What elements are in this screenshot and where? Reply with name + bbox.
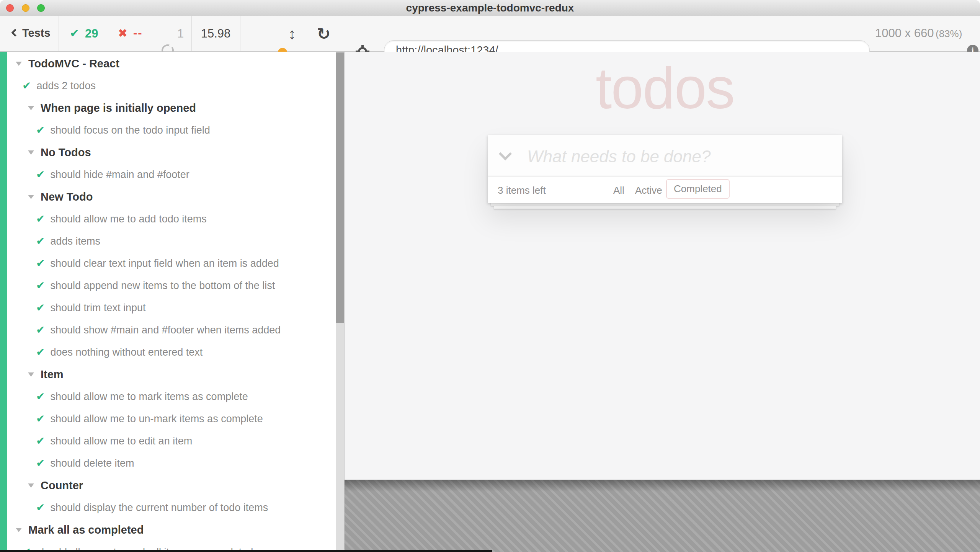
test-row[interactable]: ✔should show #main and #footer when item… (0, 319, 336, 341)
runner-toolbar: Tests ✔ 29 ✖ -- 1 15.98 ↕ ↻ http://local… (0, 16, 980, 52)
test-row[interactable]: ✔should append new items to the bottom o… (0, 274, 336, 297)
cypress-runner-window: cypress-example-todomvc-redux Tests ✔ 29… (0, 0, 980, 552)
test-passed-check-icon: ✔ (36, 125, 45, 136)
test-passed-check-icon: ✔ (36, 458, 45, 469)
suite-row[interactable]: When page is initially opened (0, 97, 336, 119)
suite-row[interactable]: Counter (0, 474, 336, 496)
test-row[interactable]: ✔should display the current number of to… (0, 496, 336, 519)
test-row[interactable]: ✔does nothing without entered text (0, 341, 336, 363)
test-passed-check-icon: ✔ (36, 214, 45, 224)
aut-frame: todos What needs to be done? 3 items lef… (345, 52, 980, 480)
suite-row[interactable]: TodoMVC - React (0, 52, 336, 75)
test-row[interactable]: ✔should allow me to add todo items (0, 208, 336, 230)
window-title: cypress-example-todomvc-redux (0, 0, 980, 16)
stacked-sheet-decoration (494, 206, 836, 209)
back-to-tests-button[interactable]: Tests (0, 16, 59, 51)
test-passed-check-icon: ✔ (36, 391, 45, 402)
todoapp-footer: 3 items left All Active Completed (488, 177, 842, 203)
test-passed-check-icon: ✔ (36, 436, 45, 446)
test-list: TodoMVC - React ✔adds 2 todos When page … (0, 52, 336, 552)
items-left-count: 3 items left (498, 185, 546, 196)
test-reporter-panel: TodoMVC - React ✔adds 2 todos When page … (0, 52, 336, 552)
back-button-label: Tests (22, 27, 51, 39)
toggle-all-chevron-icon[interactable] (499, 147, 512, 160)
test-row[interactable]: ✔adds items (0, 230, 336, 252)
filter-all-link[interactable]: All (613, 185, 624, 196)
back-chevron-icon (11, 29, 19, 37)
collapse-triangle-icon (16, 62, 22, 66)
test-row[interactable]: ✔should clear text input field when an i… (0, 252, 336, 274)
reporter-scrollbar-track[interactable] (336, 52, 344, 552)
reporter-scrollbar-thumb[interactable] (336, 52, 344, 323)
viewport-size-label: 1000 x 660 (875, 26, 934, 40)
run-duration: 15.98 (191, 27, 240, 41)
test-passed-check-icon: ✔ (36, 502, 45, 513)
scroll-arrows-icon[interactable]: ↕ (288, 25, 296, 42)
toolbar-separator (59, 16, 59, 51)
filter-active-link[interactable]: Active (635, 185, 662, 196)
test-row[interactable]: ✔adds 2 todos (0, 75, 336, 97)
macos-titlebar: cypress-example-todomvc-redux (0, 0, 980, 16)
test-row[interactable]: ✔should delete item (0, 452, 336, 474)
window-bottom-edge (0, 550, 492, 552)
test-passed-check-icon: ✔ (36, 169, 45, 180)
suite-row[interactable]: New Todo (0, 186, 336, 208)
aut-outside-area (345, 480, 980, 552)
test-row[interactable]: ✔should trim text input (0, 297, 336, 319)
test-passed-check-icon: ✔ (36, 302, 45, 313)
test-row[interactable]: ✔should allow me to edit an item (0, 430, 336, 452)
new-todo-input[interactable]: What needs to be done? (488, 135, 842, 177)
toolbar-separator (240, 16, 240, 51)
test-passed-check-icon: ✔ (36, 280, 45, 291)
test-passed-check-icon: ✔ (36, 347, 45, 358)
test-row[interactable]: ✔should focus on the todo input field (0, 119, 336, 141)
suite-row[interactable]: Mark all as completed (0, 519, 336, 541)
collapse-triangle-icon (28, 195, 34, 199)
test-row[interactable]: ✔should allow me to un-mark items as com… (0, 408, 336, 430)
suite-row[interactable]: Item (0, 363, 336, 385)
collapse-triangle-icon (28, 150, 34, 155)
test-row[interactable]: ✔should allow me to mark items as comple… (0, 385, 336, 408)
aut-outside-shadow (345, 480, 980, 492)
collapse-triangle-icon (28, 372, 34, 377)
toolbar-separator (344, 16, 344, 51)
test-row[interactable]: ✔should hide #main and #footer (0, 163, 336, 186)
viewport-scale-label: (83%) (936, 28, 962, 40)
todoapp-panel: What needs to be done? 3 items left All … (488, 135, 842, 203)
todomvc-app-title: todos (488, 55, 842, 122)
suite-row[interactable]: No Todos (0, 141, 336, 163)
test-passed-check-icon: ✔ (36, 325, 45, 335)
collapse-triangle-icon (28, 483, 34, 488)
collapse-triangle-icon (28, 106, 34, 110)
filter-completed-link-selected[interactable]: Completed (666, 179, 730, 199)
test-passed-check-icon: ✔ (36, 413, 45, 424)
test-passed-check-icon: ✔ (22, 80, 31, 91)
test-passed-check-icon: ✔ (36, 258, 45, 269)
collapse-triangle-icon (16, 528, 22, 532)
test-passed-check-icon: ✔ (36, 236, 45, 247)
refresh-tests-icon[interactable]: ↻ (317, 24, 330, 43)
new-todo-placeholder: What needs to be done? (527, 147, 710, 166)
